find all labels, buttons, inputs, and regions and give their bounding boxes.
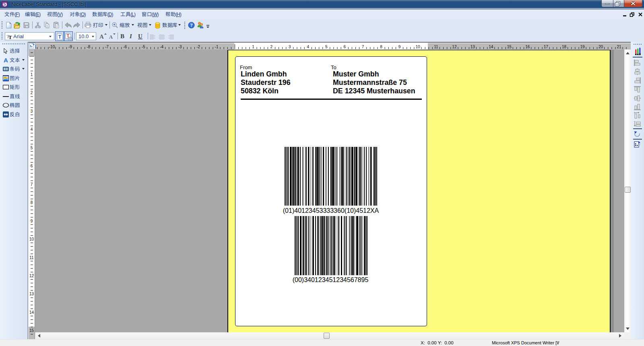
svg-text:19: 19 xyxy=(580,45,585,49)
svg-text:5: 5 xyxy=(325,45,328,49)
svg-text:17: 17 xyxy=(544,45,549,49)
svg-text:U: U xyxy=(138,33,142,39)
svg-text:15: 15 xyxy=(29,328,34,333)
svg-text:-5: -5 xyxy=(142,45,145,49)
svg-text:9: 9 xyxy=(31,219,33,223)
svg-text:4: 4 xyxy=(307,45,310,49)
svg-text:-6: -6 xyxy=(123,45,127,49)
svg-text:3: 3 xyxy=(289,45,291,49)
svg-text:2: 2 xyxy=(31,91,33,95)
svg-text:?: ? xyxy=(190,23,193,28)
svg-text:14: 14 xyxy=(29,310,34,315)
svg-text:-8: -8 xyxy=(87,45,90,49)
svg-text:9: 9 xyxy=(398,45,401,49)
svg-text:1: 1 xyxy=(31,72,33,77)
svg-text:T: T xyxy=(58,34,62,40)
svg-text:21: 21 xyxy=(617,45,621,49)
svg-text:12: 12 xyxy=(452,45,457,49)
svg-text:A: A xyxy=(99,33,104,40)
svg-text:5: 5 xyxy=(31,146,33,150)
svg-text:-11: -11 xyxy=(35,45,37,49)
svg-text:13: 13 xyxy=(471,45,475,49)
svg-text:13: 13 xyxy=(29,292,34,296)
svg-text:T: T xyxy=(8,34,12,39)
svg-text:18: 18 xyxy=(562,45,567,49)
svg-text:11: 11 xyxy=(29,255,34,260)
svg-text:-2: -2 xyxy=(196,45,200,49)
svg-text:6: 6 xyxy=(31,164,33,168)
svg-text:7: 7 xyxy=(31,182,33,187)
svg-text:4: 4 xyxy=(31,127,33,132)
svg-text:12: 12 xyxy=(29,274,34,278)
svg-text:1: 1 xyxy=(252,45,254,49)
svg-text:-1: -1 xyxy=(215,45,219,49)
svg-text:A: A xyxy=(109,34,113,40)
svg-text:I: I xyxy=(129,33,132,39)
svg-text:10: 10 xyxy=(29,237,34,241)
svg-text:7: 7 xyxy=(362,45,364,49)
svg-text:16: 16 xyxy=(525,45,530,49)
svg-text:-7: -7 xyxy=(105,45,109,49)
svg-text:8: 8 xyxy=(31,200,33,205)
svg-text:B: B xyxy=(120,33,124,39)
svg-text:-4: -4 xyxy=(160,45,163,49)
svg-text:15: 15 xyxy=(507,45,512,49)
svg-text:-10: -10 xyxy=(49,45,55,49)
svg-text:2: 2 xyxy=(270,45,273,49)
svg-text:-9: -9 xyxy=(68,45,72,49)
svg-text:8: 8 xyxy=(380,45,382,49)
svg-text:A: A xyxy=(4,57,8,63)
svg-text:10: 10 xyxy=(415,45,420,49)
svg-text:3: 3 xyxy=(31,109,33,113)
svg-text:20: 20 xyxy=(599,45,603,49)
svg-text:14: 14 xyxy=(489,45,493,49)
svg-text:-3: -3 xyxy=(178,45,182,49)
svg-text:6: 6 xyxy=(343,45,346,49)
svg-text:11: 11 xyxy=(434,45,438,49)
